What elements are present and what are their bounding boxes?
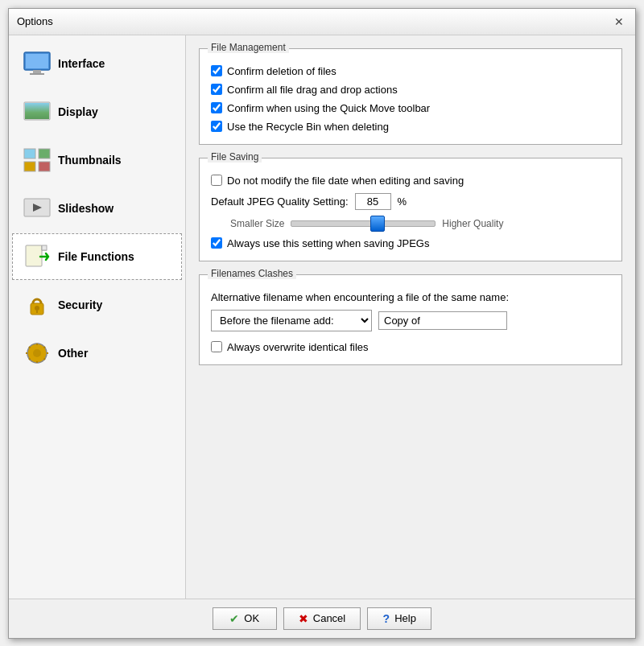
title-bar: Options ✕ [9,9,635,35]
svg-rect-9 [39,162,50,171]
jpeg-quality-percent: % [398,195,407,208]
other-icon [23,339,52,368]
sidebar-item-other[interactable]: Other [12,330,182,376]
confirm-deletion-checkbox[interactable] [211,65,222,76]
sidebar: Interface [9,35,186,599]
jpeg-quality-row: Default JPEG Quality Setting: 85 % [211,193,610,210]
sidebar-item-thumbnails[interactable]: Thumbnails [12,137,182,183]
svg-rect-5 [25,103,49,119]
ok-icon: ✔ [229,612,239,625]
sidebar-label-security: Security [58,298,102,311]
confirm-drag-drop-checkbox[interactable] [211,84,222,95]
display-icon [23,97,52,126]
sidebar-label-file-functions: File Functions [58,250,134,263]
quality-slider-track[interactable] [291,220,436,227]
confirm-deletion-row: Confirm deletion of files [211,65,610,77]
help-button[interactable]: ? Help [367,607,431,630]
overwrite-label: Always overwrite identical files [227,341,369,353]
confirm-quick-move-checkbox[interactable] [211,102,222,113]
quality-slider-thumb[interactable] [370,216,385,232]
slideshow-icon [23,194,52,223]
svg-rect-12 [26,245,42,266]
always-use-row: Always use this setting when saving JPEG… [211,237,610,249]
file-saving-content: Do not modify the file date when editing… [211,168,610,249]
sidebar-item-slideshow[interactable]: Slideshow [12,185,182,232]
cancel-label: Cancel [313,612,345,624]
sidebar-item-interface[interactable]: Interface [12,40,182,87]
jpeg-quality-label: Default JPEG Quality Setting: [211,195,349,208]
slider-smaller-size-label: Smaller Size [230,218,284,229]
confirm-quick-move-label: Confirm when using the Quick Move toolba… [227,102,430,114]
sidebar-item-security[interactable]: Security [12,282,182,328]
sidebar-item-file-functions[interactable]: File Functions [12,233,182,280]
confirm-quick-move-row: Confirm when using the Quick Move toolba… [211,102,610,114]
filename-option-row: Before the filename add: After the filen… [211,310,610,331]
confirm-drag-drop-row: Confirm all file drag and drop actions [211,84,610,96]
monitor-icon [23,49,52,78]
alt-filename-description: Alternative filename when encountering a… [211,291,610,303]
sidebar-item-display[interactable]: Display [12,88,182,135]
svg-rect-14 [42,245,47,250]
confirm-drag-drop-label: Confirm all file drag and drop actions [227,84,398,96]
thumbnails-icon [23,146,52,175]
filename-prefix-input[interactable] [378,311,507,330]
use-recycle-bin-label: Use the Recycle Bin when deleting [227,121,389,133]
jpeg-quality-input[interactable]: 85 [355,193,391,210]
sidebar-label-interface: Interface [58,57,105,70]
cancel-button[interactable]: ✖ Cancel [283,607,361,630]
help-icon: ? [383,612,390,625]
use-recycle-bin-checkbox[interactable] [211,121,222,132]
confirm-deletion-label: Confirm deletion of files [227,65,336,77]
always-use-label: Always use this setting when saving JPEG… [227,237,429,249]
overwrite-row: Always overwrite identical files [211,341,610,353]
ok-label: OK [244,612,259,624]
sidebar-label-other: Other [58,347,88,360]
no-modify-row: Do not modify the file date when editing… [211,175,610,187]
svg-rect-7 [39,149,50,158]
filenames-clashes-group: Filenames Clashes Alternative filename w… [199,274,622,365]
slider-higher-quality-label: Higher Quality [442,218,503,229]
ok-button[interactable]: ✔ OK [213,607,277,630]
filenames-clashes-content: Alternative filename when encountering a… [211,285,610,353]
svg-rect-3 [30,73,44,75]
svg-point-16 [35,306,39,311]
svg-rect-1 [26,54,48,68]
dialog-footer: ✔ OK ✖ Cancel ? Help [9,599,635,638]
cancel-icon: ✖ [299,612,308,625]
file-saving-title: File Saving [208,151,262,163]
svg-point-19 [33,349,41,357]
file-management-group: File Management Confirm deletion of file… [199,48,622,145]
use-recycle-bin-row: Use the Recycle Bin when deleting [211,121,610,133]
dialog-body: Interface [9,35,635,599]
file-functions-icon [23,242,52,271]
main-content: File Management Confirm deletion of file… [186,35,635,599]
svg-rect-2 [33,70,41,73]
sidebar-label-slideshow: Slideshow [58,202,114,215]
help-label: Help [394,612,416,624]
file-management-content: Confirm deletion of files Confirm all fi… [211,59,610,133]
svg-rect-6 [24,149,35,158]
dialog-title: Options [17,15,53,27]
filenames-clashes-title: Filenames Clashes [208,268,296,279]
overwrite-checkbox[interactable] [211,341,222,352]
no-modify-checkbox[interactable] [211,175,222,186]
security-icon [23,290,52,319]
options-dialog: Options ✕ Interface [8,8,636,639]
sidebar-label-thumbnails: Thumbnails [58,154,122,167]
quality-slider-row: Smaller Size Higher Quality [211,218,610,229]
filename-position-dropdown[interactable]: Before the filename add: After the filen… [211,310,372,331]
file-management-title: File Management [208,42,289,53]
close-button[interactable]: ✕ [611,14,627,30]
file-saving-group: File Saving Do not modify the file date … [199,158,622,261]
svg-rect-8 [24,162,35,171]
always-use-checkbox[interactable] [211,237,222,249]
no-modify-label: Do not modify the file date when editing… [227,175,464,187]
sidebar-label-display: Display [58,105,98,118]
